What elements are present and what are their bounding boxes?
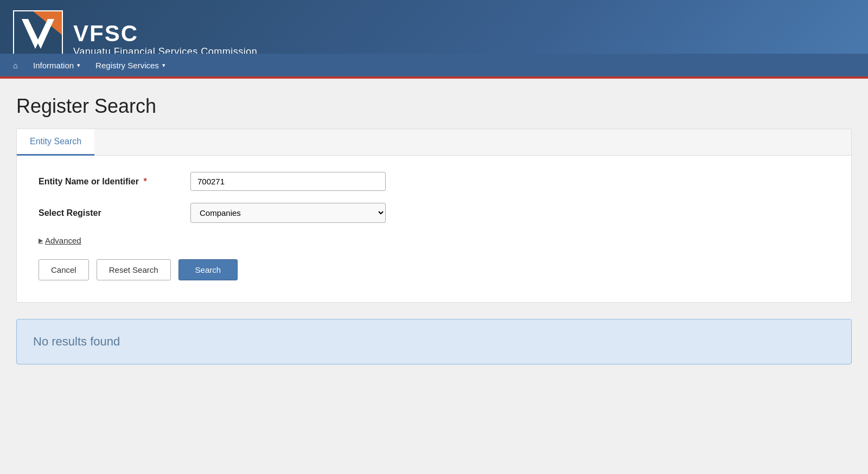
entity-name-row: Entity Name or Identifier * (39, 172, 829, 191)
advanced-row: ▶ Advanced (39, 235, 829, 245)
entity-name-label: Entity Name or Identifier * (39, 177, 190, 187)
no-results-box: No results found (16, 319, 852, 364)
tab-entity-search[interactable]: Entity Search (17, 129, 94, 156)
no-results-text: No results found (33, 335, 120, 348)
nav-registry[interactable]: Registry Services ▾ (88, 54, 173, 76)
registry-label: Registry Services (95, 61, 159, 70)
chevron-down-icon: ▾ (77, 62, 80, 69)
select-register-label: Select Register (39, 208, 190, 218)
header: VFSC Vanuatu Financial Services Commissi… (0, 0, 868, 79)
cancel-button[interactable]: Cancel (39, 259, 89, 280)
entity-name-input[interactable] (190, 172, 386, 191)
nav-home[interactable]: ⌂ (5, 54, 25, 76)
triangle-right-icon: ▶ (39, 237, 43, 244)
home-icon: ⌂ (13, 61, 18, 70)
reset-search-button[interactable]: Reset Search (97, 259, 171, 280)
chevron-down-icon-2: ▾ (162, 62, 165, 69)
button-row: Cancel Reset Search Search (39, 259, 829, 280)
search-button[interactable]: Search (178, 259, 238, 280)
information-label: Information (33, 61, 74, 70)
tab-header: Entity Search (17, 129, 851, 156)
register-select[interactable]: Companies Partnerships Business Names Tr… (190, 203, 386, 223)
main-content: Register Search Entity Search Entity Nam… (0, 79, 868, 381)
tab-panel: Entity Search Entity Name or Identifier … (16, 129, 852, 303)
org-abbr: VFSC (73, 21, 257, 46)
nav-bar: ⌂ Information ▾ Registry Services ▾ (0, 54, 868, 76)
form-body: Entity Name or Identifier * Select Regis… (17, 156, 851, 302)
select-register-row: Select Register Companies Partnerships B… (39, 203, 829, 223)
nav-information[interactable]: Information ▾ (25, 54, 88, 76)
required-star: * (143, 177, 146, 186)
page-title: Register Search (16, 95, 852, 118)
org-text: VFSC Vanuatu Financial Services Commissi… (73, 21, 257, 57)
advanced-toggle[interactable]: ▶ Advanced (39, 236, 81, 245)
